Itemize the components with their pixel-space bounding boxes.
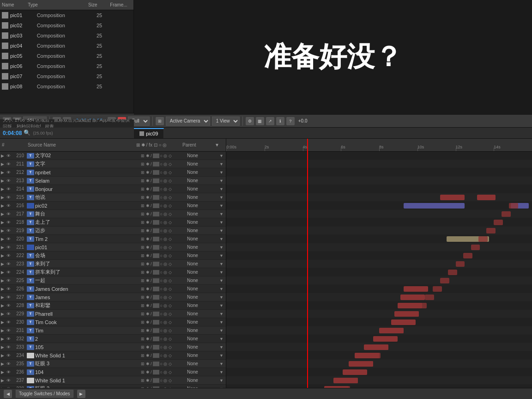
track-row-2[interactable] — [226, 168, 532, 177]
stair-bar-21[interactable] — [394, 328, 404, 333]
track-row-19[interactable] — [226, 310, 532, 318]
layer-vis[interactable]: 👁 — [6, 262, 13, 266]
layer-expand-arrow[interactable]: ▼ — [219, 162, 225, 166]
track-row-25[interactable] — [226, 360, 532, 368]
track-row-7[interactable] — [226, 210, 532, 218]
layer-vis[interactable]: 👁 — [6, 253, 13, 258]
layer-row-224[interactable]: ▶ 👁 224 T 拼车来到了 ⊞ ✱ / ○ ◎ ◇ None ▼ — [0, 268, 226, 276]
layer-expand-arrow[interactable]: ▼ — [219, 195, 225, 200]
layer-row-225[interactable]: ▶ 👁 225 T 一起 ⊞ ✱ / ○ ◎ ◇ None ▼ — [0, 276, 226, 285]
layer-vis[interactable]: 👁 — [6, 220, 13, 225]
layer-row-232[interactable]: ▶ 👁 232 T 2 ⊞ ✱ / ○ ◎ ◇ None ▼ — [0, 335, 226, 343]
track-row-20[interactable] — [226, 318, 532, 326]
toolbar-layout[interactable]: ▦ — [256, 117, 264, 125]
layer-vis[interactable]: 👁 — [6, 228, 13, 233]
track-row-26[interactable] — [226, 368, 532, 376]
layer-expand[interactable]: ▶ — [1, 362, 6, 366]
layer-expand[interactable]: ▶ — [1, 312, 6, 316]
layer-vis[interactable]: 👁 — [6, 287, 13, 291]
stair-bar-13[interactable] — [456, 261, 465, 267]
layer-row-226[interactable]: ▶ 👁 226 T James Corden ⊞ ✱ / ○ ◎ ◇ None … — [0, 285, 226, 293]
track-row-4[interactable] — [226, 185, 532, 193]
layer-vis[interactable]: 👁 — [6, 353, 13, 358]
layer-expand-arrow[interactable]: ▼ — [219, 370, 225, 374]
stair-bar-10[interactable] — [478, 236, 488, 242]
layer-vis[interactable]: 👁 — [6, 370, 13, 374]
track-row-3[interactable] — [226, 177, 532, 185]
layer-expand[interactable]: ▶ — [1, 178, 6, 183]
layer-expand[interactable]: ▶ — [1, 195, 6, 200]
track-bar-5-1[interactable] — [477, 195, 496, 200]
toolbar-grid[interactable]: ⊞ — [156, 117, 164, 125]
comp-tab-pic09[interactable]: pic09 — [134, 128, 164, 138]
layer-vis[interactable]: 👁 — [6, 170, 13, 175]
project-row-pic05[interactable]: pic05 Composition 25 — [0, 51, 133, 61]
track-row-17[interactable] — [226, 293, 532, 301]
stair-bar-22[interactable] — [387, 336, 396, 342]
layer-expand-arrow[interactable]: ▼ — [219, 170, 225, 175]
layer-expand-arrow[interactable]: ▼ — [219, 278, 225, 283]
track-row-5[interactable] — [226, 193, 532, 202]
track-row-23[interactable] — [226, 343, 532, 351]
layer-row-220[interactable]: ▶ 👁 220 T Tim 2 ⊞ ✱ / ○ ◎ ◇ None ▼ — [0, 235, 226, 243]
layer-row-237[interactable]: ▶ 👁 237 White Solid 1 ⊞ ✱ / ○ ◎ ◇ None ▼ — [0, 376, 226, 385]
layer-expand-arrow[interactable]: ▼ — [219, 320, 225, 325]
layer-expand[interactable]: ▶ — [1, 153, 6, 158]
layer-expand-arrow[interactable]: ▼ — [219, 312, 225, 316]
layer-expand-arrow[interactable]: ▼ — [219, 362, 225, 366]
project-row-pic03[interactable]: pic03 Composition 25 — [0, 31, 133, 41]
stair-bar-23[interactable] — [379, 344, 388, 350]
layer-row-212[interactable]: ▶ 👁 212 T npnbet ⊞ ✱ / ○ ◎ ◇ None ▼ — [0, 168, 226, 177]
layer-expand[interactable]: ▶ — [1, 170, 6, 175]
stair-bar-8[interactable] — [494, 220, 503, 225]
project-row-pic01[interactable]: pic01 Composition 25 — [0, 10, 133, 20]
track-bar-5-0[interactable] — [440, 195, 465, 200]
layer-expand[interactable]: ▶ — [1, 278, 6, 283]
layer-row-234[interactable]: ▶ 👁 234 White Solid 1 ⊞ ✱ / ○ ◎ ◇ None ▼ — [0, 351, 226, 360]
layer-row-238[interactable]: ▶ 👁 238 T 眨眼 2 ⊞ ✱ / ○ ◎ ◇ None ▼ — [0, 385, 226, 388]
layer-vis[interactable]: 👁 — [6, 245, 13, 250]
layer-vis[interactable]: 👁 — [6, 303, 13, 308]
layer-row-228[interactable]: ▶ 👁 228 T 和彩鑾 ⊞ ✱ / ○ ◎ ◇ None ▼ — [0, 301, 226, 310]
layer-row-219[interactable]: ▶ 👁 219 T 迈步 ⊞ ✱ / ○ ◎ ◇ None ▼ — [0, 227, 226, 235]
project-row-pic08[interactable]: pic08 Composition 25 — [0, 81, 133, 92]
stair-bar-7[interactable] — [502, 211, 511, 217]
layer-row-233[interactable]: ▶ 👁 233 T 105 ⊞ ✱ / ○ ◎ ◇ None ▼ — [0, 343, 226, 351]
layer-row-217[interactable]: ▶ 👁 217 T 舞台 ⊞ ✱ / ○ ◎ ◇ None ▼ — [0, 210, 226, 218]
layer-expand-arrow[interactable]: ▼ — [219, 287, 225, 291]
toolbar-export[interactable]: ↗ — [266, 117, 274, 125]
stair-bar-11[interactable] — [471, 245, 480, 250]
track-row-10[interactable] — [226, 235, 532, 243]
layer-vis[interactable]: 👁 — [6, 178, 13, 183]
layer-expand[interactable]: ▶ — [1, 220, 6, 225]
track-row-21[interactable] — [226, 326, 532, 335]
track-bar-16-0[interactable] — [404, 286, 428, 292]
layer-expand-arrow[interactable]: ▼ — [219, 228, 225, 233]
track-row-18[interactable] — [226, 301, 532, 310]
layer-vis[interactable]: 👁 — [6, 312, 13, 316]
layer-vis[interactable]: 👁 — [6, 195, 13, 200]
track-row-15[interactable] — [226, 276, 532, 285]
layer-expand[interactable]: ▶ — [1, 303, 6, 308]
layer-row-223[interactable]: ▶ 👁 223 T 来到了 ⊞ ✱ / ○ ◎ ◇ None ▼ — [0, 260, 226, 268]
layer-expand-arrow[interactable]: ▼ — [219, 253, 225, 258]
layer-expand-arrow[interactable]: ▼ — [219, 153, 225, 158]
track-row-9[interactable] — [226, 227, 532, 235]
track-row-8[interactable] — [226, 218, 532, 227]
track-row-11[interactable] — [226, 243, 532, 252]
layer-expand[interactable]: ▶ — [1, 328, 6, 333]
layer-expand-arrow[interactable]: ▼ — [219, 337, 225, 341]
layer-row-236[interactable]: ▶ 👁 236 T 104 ⊞ ✱ / ○ ◎ ◇ None ▼ — [0, 368, 226, 376]
bb-icon-left[interactable]: ◀ — [4, 390, 12, 398]
layer-expand[interactable]: ▶ — [1, 253, 6, 258]
track-row-12[interactable] — [226, 252, 532, 260]
layer-expand[interactable]: ▶ — [1, 212, 6, 216]
view-select[interactable]: 1 View — [212, 117, 240, 126]
project-row-pic04[interactable]: pic04 Composition 25 — [0, 41, 133, 51]
layer-vis[interactable]: 👁 — [6, 212, 13, 216]
layer-expand[interactable]: ▶ — [1, 203, 6, 208]
layer-expand-arrow[interactable]: ▼ — [219, 220, 225, 225]
layer-row-221[interactable]: ▶ 👁 221 pic01 ⊞ ✱ / ○ ◎ ◇ None ▼ — [0, 243, 226, 252]
layer-expand[interactable]: ▶ — [1, 295, 6, 300]
stair-bar-26[interactable] — [356, 369, 365, 375]
